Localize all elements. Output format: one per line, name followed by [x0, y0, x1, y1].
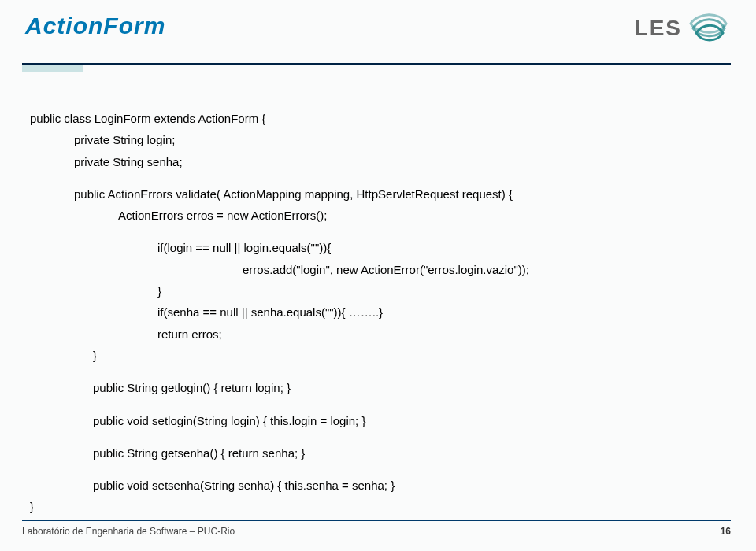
- code-line: public class LoginForm extends ActionFor…: [30, 110, 728, 127]
- header-divider: [22, 63, 731, 72]
- code-line: public void setlogin(String login) { thi…: [93, 412, 728, 429]
- code-line: public String getlogin() { return login;…: [93, 379, 728, 396]
- code-line: if(login == null || login.equals("")){: [158, 239, 728, 256]
- code-line: private String senha;: [74, 153, 728, 170]
- code-line: return erros;: [158, 326, 728, 342]
- slide-header: ActionForm LES: [0, 0, 756, 72]
- code-line: }: [158, 283, 728, 299]
- slide-footer: Laboratório de Engenharia de Software – …: [22, 520, 731, 537]
- slide-title: ActionForm: [25, 13, 731, 39]
- code-line: ActionErrors erros = new ActionErrors();: [118, 207, 728, 224]
- code-line: if(senha == null || senha.equals("")){ ……: [158, 304, 728, 320]
- code-line: }: [30, 498, 728, 515]
- code-line: public String getsenha() { return senha;…: [93, 445, 728, 461]
- code-line: public void setsenha(String senha) { thi…: [93, 477, 728, 494]
- page-number: 16: [721, 526, 731, 537]
- code-line: private String login;: [74, 131, 728, 148]
- code-line: erros.add("login", new ActionError("erro…: [243, 261, 728, 278]
- footer-lab: Laboratório de Engenharia de Software – …: [22, 526, 235, 537]
- footer-divider: [22, 520, 731, 521]
- logo: LES: [635, 8, 729, 49]
- logo-text: LES: [635, 16, 682, 41]
- code-line: public ActionErrors validate( ActionMapp…: [74, 186, 728, 202]
- swirl-icon: [688, 8, 729, 49]
- code-line: }: [93, 347, 728, 364]
- code-block: public class LoginForm extends ActionFor…: [0, 72, 756, 536]
